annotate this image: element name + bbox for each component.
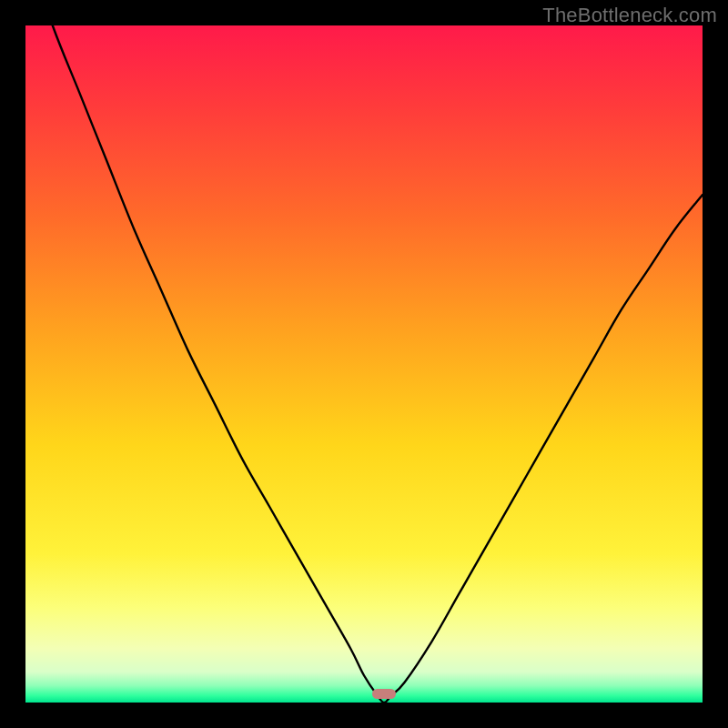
balance-marker [372,689,396,699]
chart-frame: TheBottleneck.com [0,0,728,728]
plot-area [25,25,703,703]
bottleneck-curve [25,25,703,703]
attribution-label: TheBottleneck.com [542,4,717,27]
